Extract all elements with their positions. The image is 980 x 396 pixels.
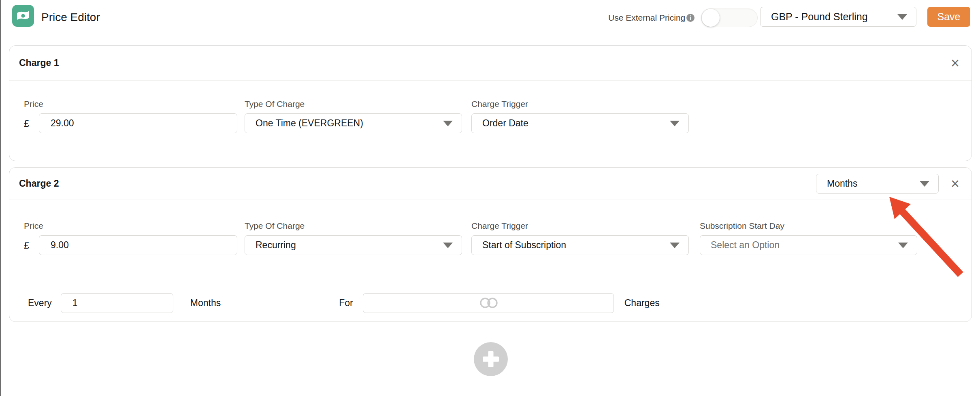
currency-symbol: £ xyxy=(24,118,33,129)
price-label: Price xyxy=(24,99,237,109)
window-edge-line xyxy=(0,0,1,396)
charge-2-type-field: Type Of Charge Recurring xyxy=(245,221,462,255)
type-of-charge-select[interactable]: Recurring xyxy=(245,235,462,255)
chevron-down-icon xyxy=(670,121,680,126)
charge-2-header: Charge 2 Months × xyxy=(9,168,971,200)
period-select-value: Months xyxy=(827,178,857,189)
close-icon[interactable]: × xyxy=(949,56,961,70)
charge-trigger-select[interactable]: Order Date xyxy=(471,113,689,133)
add-charge-button[interactable] xyxy=(474,342,508,376)
banknote-icon xyxy=(12,5,34,27)
recurrence-row: Every Months For Charges xyxy=(9,284,971,321)
type-of-charge-label: Type Of Charge xyxy=(245,99,462,109)
chevron-down-icon xyxy=(898,243,908,248)
price-input-box xyxy=(39,235,237,255)
price-input[interactable] xyxy=(39,236,237,255)
page-title: Price Editor xyxy=(41,11,100,24)
type-of-charge-value: Recurring xyxy=(256,240,296,251)
subscription-start-day-select[interactable]: Select an Option xyxy=(700,235,917,255)
external-pricing-label: Use External Pricing xyxy=(608,13,685,23)
charge-2-title: Charge 2 xyxy=(19,178,59,189)
save-button[interactable]: Save xyxy=(927,7,970,27)
currency-select-value: GBP - Pound Sterling xyxy=(771,11,868,23)
charge-2-price-field: Price £ xyxy=(24,221,237,255)
charge-trigger-value: Start of Subscription xyxy=(482,240,566,251)
info-icon[interactable]: i xyxy=(686,14,695,22)
type-of-charge-label: Type Of Charge xyxy=(245,221,462,231)
period-select[interactable]: Months xyxy=(816,174,939,194)
charge-trigger-label: Charge Trigger xyxy=(471,221,689,231)
chevron-down-icon xyxy=(443,243,453,248)
type-of-charge-select[interactable]: One Time (EVERGREEN) xyxy=(245,113,462,133)
every-label: Every xyxy=(28,298,52,309)
price-input-box xyxy=(39,113,237,133)
charge-2-card: Charge 2 Months × Price £ Type Of Charge… xyxy=(9,167,972,322)
plus-icon xyxy=(474,342,508,376)
for-charges-input[interactable] xyxy=(363,293,614,313)
charge-trigger-value: Order Date xyxy=(482,118,528,129)
external-pricing-group: Use External Pricing i xyxy=(608,8,758,28)
charge-2-trigger-field: Charge Trigger Start of Subscription xyxy=(471,221,689,255)
close-icon[interactable]: × xyxy=(949,177,961,191)
charge-1-title: Charge 1 xyxy=(19,57,59,68)
charge-1-type-field: Type Of Charge One Time (EVERGREEN) xyxy=(245,99,462,133)
charge-1-header: Charge 1 × xyxy=(9,46,971,81)
every-input[interactable] xyxy=(61,294,173,313)
currency-symbol: £ xyxy=(24,240,33,251)
infinity-icon xyxy=(475,295,501,311)
charges-label: Charges xyxy=(624,298,660,309)
subscription-start-day-field: Subscription Start Day Select an Option xyxy=(700,221,917,255)
charge-1-card: Charge 1 × Price £ Type Of Charge One Ti… xyxy=(9,45,972,161)
charge-1-trigger-field: Charge Trigger Order Date xyxy=(471,99,689,133)
subscription-start-day-placeholder: Select an Option xyxy=(711,240,780,251)
chevron-down-icon xyxy=(897,14,907,20)
subscription-start-day-label: Subscription Start Day xyxy=(700,221,917,231)
chevron-down-icon xyxy=(670,243,680,248)
recurrence-period-text: Months xyxy=(190,298,221,309)
external-pricing-toggle[interactable] xyxy=(701,9,758,27)
price-input[interactable] xyxy=(39,114,237,133)
charge-trigger-select[interactable]: Start of Subscription xyxy=(471,235,689,255)
charge-trigger-label: Charge Trigger xyxy=(471,99,689,109)
every-input-box xyxy=(61,293,173,313)
charge-1-price-field: Price £ xyxy=(24,99,237,133)
chevron-down-icon xyxy=(443,121,453,126)
toggle-knob xyxy=(702,9,720,27)
price-label: Price xyxy=(24,221,237,231)
for-label: For xyxy=(339,298,353,309)
chevron-down-icon xyxy=(920,181,929,187)
type-of-charge-value: One Time (EVERGREEN) xyxy=(256,118,363,129)
currency-select[interactable]: GBP - Pound Sterling xyxy=(760,7,916,27)
banknote-glyph xyxy=(15,8,31,23)
